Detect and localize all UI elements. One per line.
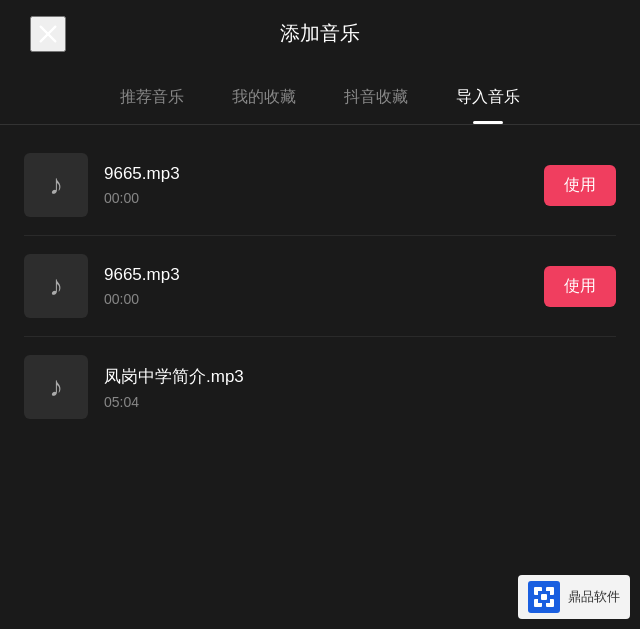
music-note-icon: ♪ (49, 169, 63, 201)
watermark: 鼎品软件 (518, 575, 630, 619)
music-duration: 05:04 (104, 394, 616, 410)
tab-favorites[interactable]: 我的收藏 (208, 77, 320, 124)
music-list: ♪ 9665.mp3 00:00 使用 ♪ 9665.mp3 00:00 使用 … (0, 125, 640, 447)
music-note-icon: ♪ (49, 270, 63, 302)
tab-recommended[interactable]: 推荐音乐 (96, 77, 208, 124)
tab-import[interactable]: 导入音乐 (432, 77, 544, 124)
close-button[interactable] (30, 16, 66, 52)
music-duration: 00:00 (104, 291, 528, 307)
music-note-icon: ♪ (49, 371, 63, 403)
music-name: 9665.mp3 (104, 164, 528, 184)
music-name: 9665.mp3 (104, 265, 528, 285)
music-thumbnail: ♪ (24, 254, 88, 318)
music-thumbnail: ♪ (24, 153, 88, 217)
list-item: ♪ 凤岗中学简介.mp3 05:04 (0, 337, 640, 437)
music-name: 凤岗中学简介.mp3 (104, 365, 616, 388)
list-item: ♪ 9665.mp3 00:00 使用 (0, 135, 640, 235)
watermark-text: 鼎品软件 (568, 588, 620, 606)
music-info: 凤岗中学简介.mp3 05:04 (104, 365, 616, 410)
use-button[interactable]: 使用 (544, 266, 616, 307)
music-info: 9665.mp3 00:00 (104, 164, 528, 206)
tab-douyin[interactable]: 抖音收藏 (320, 77, 432, 124)
tab-bar: 推荐音乐 我的收藏 抖音收藏 导入音乐 (0, 67, 640, 125)
watermark-logo (528, 581, 560, 613)
use-button[interactable]: 使用 (544, 165, 616, 206)
music-duration: 00:00 (104, 190, 528, 206)
music-thumbnail: ♪ (24, 355, 88, 419)
list-item: ♪ 9665.mp3 00:00 使用 (0, 236, 640, 336)
header: 添加音乐 (0, 0, 640, 67)
music-info: 9665.mp3 00:00 (104, 265, 528, 307)
svg-rect-8 (541, 594, 547, 600)
page-title: 添加音乐 (280, 20, 360, 47)
